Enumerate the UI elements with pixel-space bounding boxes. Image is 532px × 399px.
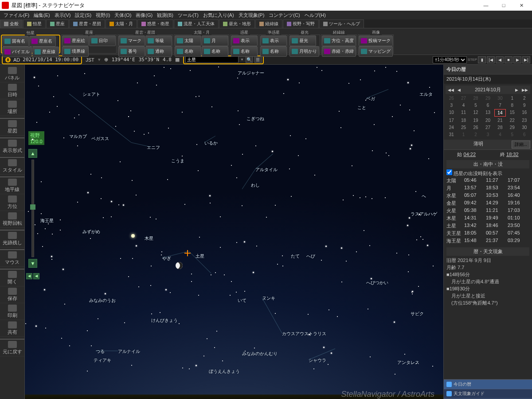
calendar-day[interactable]: 18 <box>458 117 469 124</box>
toolbar-button[interactable]: 開く <box>0 270 24 286</box>
twilight-detail-button[interactable]: 詳細... <box>512 141 530 149</box>
menu-item[interactable]: コンテンツ(C) <box>267 11 301 20</box>
ribbon-tab[interactable]: 惑星・衛星 <box>137 20 173 28</box>
ribbon-tab[interactable]: 昼光・地形 <box>219 20 255 28</box>
calendar-day[interactable]: 20 <box>482 117 493 124</box>
calendar-day[interactable]: 12 <box>470 109 481 117</box>
ribbon-button[interactable]: 名称 <box>231 46 258 57</box>
toolbar-button[interactable]: 表示形式 <box>0 138 24 155</box>
ribbon-button[interactable]: バイエル <box>2 47 32 57</box>
play-button[interactable]: ▶ <box>513 56 521 63</box>
calendar-day[interactable]: 16 <box>519 109 530 117</box>
calendar-day[interactable]: 2 <box>470 131 481 138</box>
moon[interactable] <box>176 262 183 269</box>
menu-item[interactable]: ファイル(F) <box>2 11 31 20</box>
calendar-day[interactable]: 4 <box>494 131 506 138</box>
ribbon-tab[interactable]: ツール・ヘルプ <box>319 20 364 28</box>
calendar-day[interactable]: 28 <box>470 95 481 102</box>
ribbon-button[interactable]: 星座絵 <box>62 35 89 46</box>
ribbon-button[interactable]: 投稿マーク <box>359 35 393 46</box>
calendar-day[interactable]: 22 <box>506 117 518 124</box>
calendar-day[interactable]: 1 <box>506 95 518 102</box>
ribbon-button[interactable]: 名称 <box>175 46 201 57</box>
calendar-day[interactable]: 10 <box>446 109 457 117</box>
calendar-day[interactable]: 15 <box>506 109 518 117</box>
toolbar-button[interactable]: 日時 <box>0 82 24 99</box>
ribbon-button[interactable]: 月 <box>202 35 228 46</box>
calendar-day[interactable]: 31 <box>446 131 457 138</box>
first-button[interactable]: |◀ <box>487 56 495 63</box>
ribbon-tab[interactable]: 経緯線 <box>255 20 282 28</box>
calendar-day[interactable]: 19 <box>470 117 481 124</box>
calendar-day[interactable]: 6 <box>482 102 493 109</box>
menu-item[interactable]: ヘルプ(H) <box>303 11 328 20</box>
close-button[interactable]: ✕ <box>512 0 530 11</box>
calendar-day[interactable]: 21 <box>494 117 506 124</box>
pan-left-button[interactable]: ◀ <box>26 273 32 279</box>
ribbon-button[interactable]: 赤経・赤緯 <box>322 46 356 57</box>
calendar-day[interactable]: 27 <box>458 95 469 102</box>
calendar-day[interactable]: 11 <box>458 109 469 117</box>
toolbar-button[interactable]: スタイル <box>0 158 24 175</box>
menu-item[interactable]: ツール(T) <box>176 11 200 20</box>
calendar-day[interactable]: 5 <box>506 131 518 138</box>
cal-prev-month[interactable]: ◀ <box>456 88 462 92</box>
panel-tab[interactable]: 天文現象ガイド <box>444 389 532 398</box>
calendar-day[interactable]: 30 <box>494 95 506 102</box>
calendar-day[interactable]: 26 <box>446 95 457 102</box>
calendar-day[interactable]: 25 <box>458 124 469 131</box>
ribbon-tab[interactable]: 星雲・星団 <box>69 20 105 28</box>
ribbon-button[interactable]: マーク <box>118 35 145 46</box>
toolbar-button[interactable]: 光跡残し <box>0 231 24 247</box>
calendar-day[interactable]: 30 <box>519 124 530 131</box>
ribbon-button[interactable]: マッピング <box>359 46 393 57</box>
ribbon-tab[interactable]: 視野・写野 <box>283 20 319 28</box>
ribbon-tab[interactable]: 流星・人工天体 <box>174 20 219 28</box>
ribbon-tab[interactable]: 太陽・月 <box>106 20 137 28</box>
ribbon-button[interactable]: 星座線 <box>32 47 59 57</box>
calendar-day[interactable]: 3 <box>482 131 493 138</box>
toolbar-button[interactable]: 保存 <box>0 286 24 303</box>
zoom-track[interactable] <box>31 160 34 257</box>
ribbon-button[interactable]: 表示 <box>260 35 287 46</box>
planet-rise-checkbox[interactable] <box>446 169 452 175</box>
calendar-day[interactable]: 17 <box>446 117 457 124</box>
ribbon-tab[interactable]: 全般 <box>0 20 23 28</box>
calendar-day[interactable]: 9 <box>519 102 530 109</box>
cal-next-month[interactable]: ▶ <box>514 88 520 92</box>
sky-view[interactable]: 視野120.0 ▲ ▼ ◀ ◀ StellaNavigator / AstroA… <box>25 65 443 399</box>
step-bar-button[interactable]: ▮ <box>478 56 486 63</box>
ribbon-button[interactable]: 表示 <box>231 35 258 46</box>
ribbon-button[interactable]: 星座名 <box>29 36 56 47</box>
menu-item[interactable]: 天文現象(P) <box>237 11 266 20</box>
calendar-day[interactable]: 7 <box>494 102 506 109</box>
maximize-button[interactable]: □ <box>495 0 512 11</box>
ribbon-button[interactable]: 太陽 <box>175 35 201 46</box>
prev-button[interactable]: ◀ <box>496 56 504 63</box>
ribbon-button[interactable]: 目印 <box>89 35 116 46</box>
search-input[interactable] <box>185 56 239 63</box>
menu-item[interactable]: お気に入り(A) <box>201 11 236 20</box>
ribbon-button[interactable]: 番号 <box>118 46 145 57</box>
calendar-day[interactable]: 3 <box>446 102 457 109</box>
toolbar-button[interactable]: 視野回転 <box>0 211 24 228</box>
last-button[interactable]: ▶| <box>522 56 530 63</box>
toolbar-button[interactable]: マウス <box>0 250 24 267</box>
cal-prev-year[interactable]: ◀◀ <box>446 88 455 92</box>
search-list-button[interactable]: ☰ <box>254 56 262 63</box>
menu-item[interactable]: 視野(I) <box>94 11 112 20</box>
search-button[interactable]: 🔍 <box>246 56 253 63</box>
ribbon-button[interactable]: 境界線 <box>62 46 89 57</box>
toolbar-button[interactable]: 星図 <box>0 119 24 136</box>
zoom-in-button[interactable]: ▲ <box>28 149 37 158</box>
calendar-day[interactable]: 24 <box>446 124 457 131</box>
calendar-day[interactable]: 27 <box>482 124 493 131</box>
ribbon-button[interactable]: 名称 <box>202 46 228 57</box>
calendar-day[interactable]: 6 <box>519 131 530 138</box>
zoom-slider[interactable]: ▲ ▼ ◀ ◀ <box>28 149 37 279</box>
ribbon-button[interactable]: 固有名 <box>2 36 29 47</box>
calendar-day[interactable]: 8 <box>506 102 518 109</box>
ribbon-tab[interactable]: 恒星 <box>23 20 46 28</box>
calendar-day[interactable]: 28 <box>494 124 506 131</box>
panel-tab[interactable]: 今日の暦 <box>444 379 532 389</box>
